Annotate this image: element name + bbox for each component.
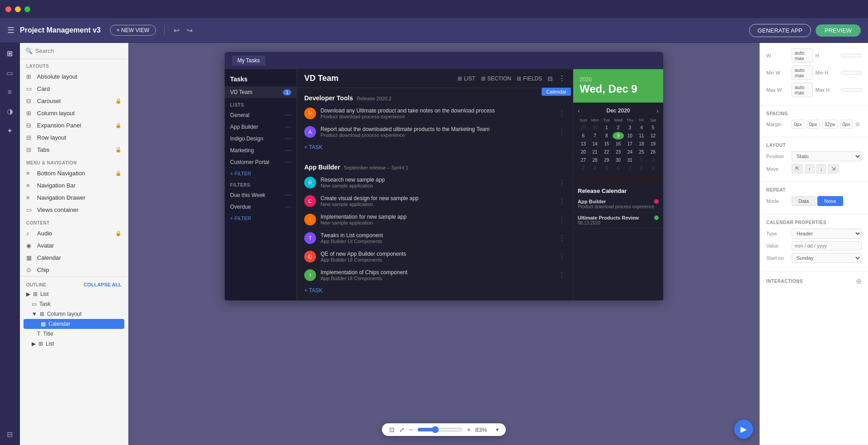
move-top-button[interactable]: ⇱ (792, 164, 803, 173)
margin-val-3[interactable]: 0px (840, 120, 853, 129)
cal-cell[interactable]: 22 (601, 148, 612, 156)
cal-cell[interactable]: 30 (590, 124, 601, 131)
cal-cell[interactable]: 4 (636, 124, 647, 131)
sidebar-item-navigation-bar[interactable]: ≡ Navigation Bar (20, 179, 128, 192)
outline-item-title[interactable]: T Title (20, 329, 128, 339)
cal-cell[interactable]: 30 (613, 156, 624, 164)
fields-view-button[interactable]: ⊞ FIELDS (517, 75, 542, 82)
generate-app-button[interactable]: GENERATE APP (749, 24, 811, 37)
list-marketing[interactable]: Marketing ⋯ (225, 145, 297, 156)
outline-item-task[interactable]: ▭ Task (20, 299, 128, 309)
zoom-slider[interactable] (417, 426, 462, 433)
new-view-button[interactable]: + NEW VIEW (110, 25, 156, 36)
data-icon[interactable]: ≡ (6, 86, 14, 98)
sidebar-item-views-container[interactable]: ▭ Views container (20, 204, 128, 216)
play-button[interactable]: ▶ (734, 420, 753, 439)
cal-cell[interactable]: 14 (590, 140, 601, 148)
margin-val-0[interactable]: 0px (792, 120, 804, 129)
cal-cell[interactable]: 8 (636, 164, 647, 172)
cal-cell[interactable]: 1 (601, 124, 612, 131)
sidebar-item-column-layout[interactable]: ⊞ Column layout (20, 107, 128, 119)
filter-icon[interactable]: ⊟ (547, 75, 553, 82)
cal-cell[interactable]: 3 (624, 124, 636, 131)
task-row[interactable]: I Implementation for new sample app New … (297, 211, 573, 229)
link-icon[interactable]: ⊞ (855, 121, 860, 127)
cal-value-input[interactable] (792, 241, 862, 250)
margin-val-1[interactable]: 0px (807, 120, 820, 129)
cal-cell[interactable]: 7 (624, 164, 636, 172)
position-select[interactable]: Static Absolute Fixed (792, 151, 862, 161)
task-dots[interactable]: ⋮ (558, 197, 566, 206)
cal-type-select[interactable]: Header Monthly (792, 229, 862, 239)
minh-value[interactable] (841, 71, 862, 75)
task-row[interactable]: A Report about the downloaded ultimate p… (297, 123, 573, 141)
task-row[interactable]: I Implementation of Chips component App … (297, 266, 573, 285)
task-dots[interactable]: ⋮ (558, 253, 566, 261)
sidebar-item-row-layout[interactable]: ⊟ Row layout (20, 131, 128, 144)
list-app-builder[interactable]: App Builder ⋯ (225, 121, 297, 133)
cal-cell[interactable]: 25 (636, 148, 647, 156)
themes-icon[interactable]: ◑ (5, 105, 15, 117)
margin-val-2[interactable]: 32px (822, 120, 838, 129)
task-row[interactable]: C Create visual design for new sample ap… (297, 192, 573, 211)
task-dots[interactable]: ⋮ (558, 271, 566, 280)
outline-item-column-layout[interactable]: ▼ ⊞ Column layout (20, 309, 128, 319)
cal-cell[interactable]: 1 (636, 156, 647, 164)
maxw-value[interactable]: auto max (792, 83, 813, 97)
list-general[interactable]: General ⋯ (225, 109, 297, 121)
data-mode-button[interactable]: Data (792, 196, 816, 206)
task-dots[interactable]: ⋮ (558, 215, 566, 224)
cal-cell[interactable]: 28 (590, 156, 601, 164)
sidebar-item-avatar[interactable]: ◉ Avatar (20, 239, 128, 252)
zoom-in-icon[interactable]: + (467, 426, 471, 433)
section-view-button[interactable]: ⊞ SECTION (481, 75, 511, 82)
vd-team-item[interactable]: VD Team 1 (225, 86, 297, 98)
cal-cell[interactable]: 16 (613, 140, 624, 148)
cal-cell[interactable]: 6 (578, 132, 589, 140)
cal-cell[interactable]: 7 (590, 132, 601, 140)
cal-cell[interactable]: 9 (647, 164, 659, 172)
close-button[interactable] (5, 6, 11, 12)
expand-icon[interactable]: ⤢ (399, 426, 405, 433)
cal-cell[interactable]: 5 (647, 124, 659, 131)
cal-cell[interactable]: 13 (578, 140, 589, 148)
move-up-button[interactable]: ↑ (805, 164, 815, 173)
cal-cell[interactable]: 11 (636, 132, 647, 140)
task-row[interactable]: V Download any Ultimate product and take… (297, 104, 573, 123)
sidebar-item-navigation-drawer[interactable]: ≡ Navigation Drawer (20, 192, 128, 204)
cal-start-select[interactable]: Sunday Monday (792, 253, 862, 263)
sidebar-item-bottom-navigation[interactable]: ≡ Bottom Navigation 🔒 (20, 167, 128, 179)
cal-cell[interactable]: 10 (624, 132, 636, 140)
cal-cell[interactable]: 4 (590, 164, 601, 172)
filter-due-week[interactable]: Due this Week ⋯ (225, 189, 297, 201)
add-filter2-button[interactable]: + FILTER (225, 213, 297, 224)
cal-cell[interactable]: 26 (647, 148, 659, 156)
move-bottom-button[interactable]: ⇲ (828, 164, 839, 173)
move-down-button[interactable]: ↓ (816, 164, 826, 173)
cal-cell[interactable]: 3 (578, 164, 589, 172)
my-tasks-tab[interactable]: My Tasks (232, 56, 265, 66)
task-dots[interactable]: ⋮ (558, 128, 566, 136)
cal-next-button[interactable]: › (656, 107, 659, 114)
sidebar-item-card[interactable]: ▭ Card (20, 83, 128, 95)
maximize-button[interactable] (24, 6, 30, 12)
add-filter-button[interactable]: + FILTER (225, 168, 297, 179)
cal-cell[interactable]: 5 (601, 164, 612, 172)
cal-cell[interactable]: 6 (613, 164, 624, 172)
cal-cell[interactable]: 23 (613, 148, 624, 156)
task-dots[interactable]: ⋮ (558, 234, 566, 243)
outline-item-list2[interactable]: ▶ ⊞ List (20, 339, 128, 349)
cal-cell[interactable]: 24 (624, 148, 636, 156)
task-row[interactable]: R Research new sample app New sample app… (297, 173, 573, 192)
calendar-badge[interactable]: Calendar (542, 88, 571, 96)
cal-cell[interactable]: 18 (636, 140, 647, 148)
none-mode-button[interactable]: None (817, 196, 843, 206)
list-view-button[interactable]: ⊞ LIST (458, 75, 475, 82)
cal-cell-today[interactable]: 9 (613, 132, 624, 140)
cal-cell[interactable]: 8 (601, 132, 612, 140)
h-value[interactable] (841, 54, 862, 57)
sidebar-item-absolute-layout[interactable]: ⊞ Absolute layout (20, 70, 128, 83)
add-task-button-1[interactable]: + TASK (297, 141, 573, 153)
zoom-out-icon[interactable]: − (409, 426, 413, 433)
sidebar-item-carousel[interactable]: ⊟ Carousel 🔒 (20, 95, 128, 107)
